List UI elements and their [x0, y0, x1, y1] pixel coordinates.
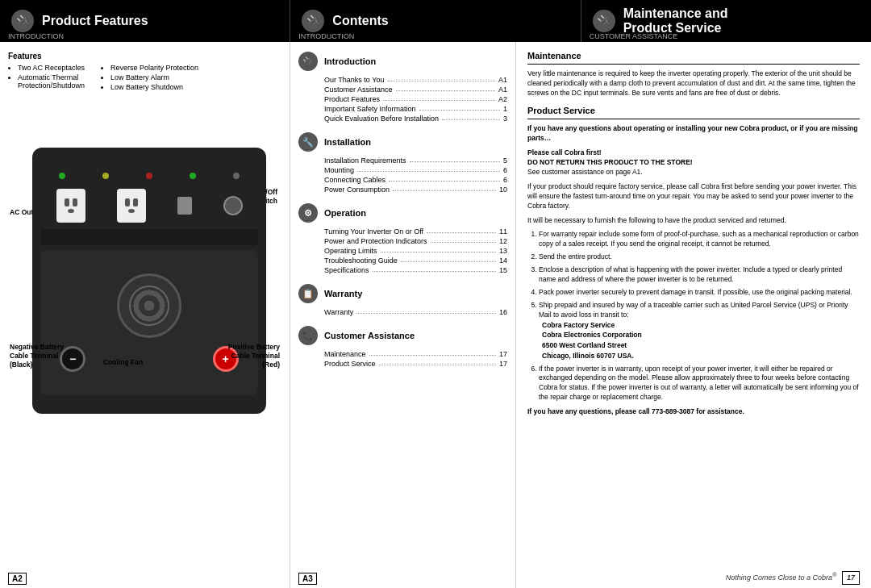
toc-entry: Power Consumption 10	[298, 186, 507, 194]
indicator-off	[233, 173, 240, 179]
footer-text: Nothing Comes Close to a Cobra®	[726, 573, 837, 582]
tab-label-customer-assistance: Customer Assistance	[590, 32, 678, 40]
toc-entry: Product Service 17	[298, 360, 507, 368]
header-title-maintenance: Maintenance and Product Service	[623, 6, 728, 35]
ac-outlet-2[interactable]	[117, 189, 146, 223]
address-line-1: Cobra Factory Service	[542, 321, 615, 329]
toc-icon-customer: 📞	[298, 326, 318, 345]
page-number-left: A2	[8, 573, 27, 585]
indicator-red	[146, 173, 152, 179]
indicator-yellow	[102, 173, 109, 179]
toc-entry: Warranty 16	[298, 308, 507, 316]
features-col-2: Reverse Polarity Protection Low Battery …	[101, 64, 198, 93]
indicator-green2	[190, 173, 196, 179]
call-cobra-first: Please call Cobra first! DO NOT RETURN T…	[527, 148, 860, 177]
maintenance-heading: Maintenance	[527, 50, 860, 65]
address-line-4: Chicago, Illinois 60707 USA.	[542, 352, 634, 360]
final-note: If you have any questions, please call 7…	[527, 407, 860, 417]
feature-item: Low Battery Alarm	[110, 73, 198, 81]
panel-right: Maintenance Very little maintenance is r…	[516, 42, 871, 588]
device-diagram: Protection andPower Indicators AC Outlet…	[8, 99, 281, 454]
label-cooling-fan: Cooling Fan	[103, 358, 143, 367]
toc-installation: 🔧 Installation Installation Requirements…	[298, 132, 507, 194]
toc-title-installation: Installation	[324, 137, 371, 147]
toc-icon-installation: 🔧	[298, 132, 318, 152]
fan-blades	[131, 287, 168, 324]
device-top-row	[40, 189, 258, 223]
onoff-button[interactable]	[223, 196, 243, 215]
feature-item: Reverse Polarity Protection	[110, 64, 198, 72]
toc-installation-header: 🔧 Installation	[298, 132, 507, 152]
toc-icon-operation: ⚙	[298, 203, 318, 223]
usb-port[interactable]	[177, 197, 192, 215]
main-content: Features Two AC Receptacles Automatic Th…	[0, 42, 871, 588]
header-section-features: Introduction 🔌 Product Features	[0, 0, 290, 42]
list-item: For warranty repair include some form of…	[539, 230, 860, 249]
cooling-fan	[117, 273, 181, 338]
features-col-1: Two AC Receptacles Automatic ThermalProt…	[8, 64, 85, 93]
toc-entry: Quick Evaluation Before Installation 3	[298, 115, 507, 123]
toc-icon-introduction: 🔌	[298, 52, 318, 71]
tab-label-introduction-2: Introduction	[298, 32, 354, 40]
terminal-negative: −	[60, 346, 85, 372]
page-number-middle: A3	[298, 573, 317, 585]
header-icon-maintenance: 🔌	[593, 10, 615, 32]
toc-customer-assistance: 📞 Customer Assistance Maintenance 17 Pro…	[298, 326, 507, 368]
label-negative-battery: Negative BatteryCable Terminal(Black)	[10, 343, 64, 369]
list-item: Enclose a description of what is happeni…	[539, 265, 860, 285]
tab-label-introduction-1: Introduction	[8, 32, 64, 40]
features-grid: Two AC Receptacles Automatic ThermalProt…	[8, 64, 281, 93]
address-line-3: 6500 West Cortland Street	[542, 341, 627, 349]
call-cobra-label: Please call Cobra first!	[527, 148, 602, 156]
list-item: Send the entire product.	[539, 252, 860, 262]
product-service-intro: If you have any questions about operatin…	[527, 124, 860, 144]
list-item: Pack power inverter securely to prevent …	[539, 288, 860, 298]
device-lower-body: − +	[40, 250, 258, 395]
toc-title-operation: Operation	[324, 208, 366, 218]
page-number-right: 17	[842, 571, 860, 585]
terminals-row: − +	[40, 346, 258, 372]
feature-item: Two AC Receptacles	[18, 64, 85, 72]
features-section: Features Two AC Receptacles Automatic Th…	[8, 52, 281, 93]
factory-service-body: If your product should require factory s…	[527, 182, 860, 211]
toc-warranty: 📋 Warranty Warranty 16	[298, 284, 507, 316]
fan-inner	[129, 286, 169, 326]
toc-customer-header: 📞 Customer Assistance	[298, 326, 507, 345]
toc-introduction: 🔌 Introduction Our Thanks to You A1 Cust…	[298, 52, 507, 123]
toc-title-warranty: Warranty	[324, 289, 362, 298]
do-not-return-label: DO NOT RETURN THIS PRODUCT TO THE STORE!	[527, 158, 693, 166]
ac-outlet-1[interactable]	[56, 189, 85, 223]
list-item: Ship prepaid and insured by way of a tra…	[539, 301, 860, 361]
see-customer-label: See customer assistance on page A1.	[527, 168, 643, 176]
feature-item: Automatic ThermalProtection/Shutdown	[18, 73, 85, 90]
device-stripe	[40, 229, 258, 245]
header-title-contents: Contents	[332, 14, 388, 28]
header-icon-contents: 🔌	[302, 10, 324, 32]
toc-entry: Specifications 15	[298, 266, 507, 274]
panel-middle: 🔌 Introduction Our Thanks to You A1 Cust…	[290, 42, 516, 588]
address-line-2: Cobra Electronics Corporation	[542, 331, 642, 339]
header-bar: Introduction 🔌 Product Features Introduc…	[0, 0, 871, 42]
header-section-maintenance: Customer Assistance 🔌 Maintenance and Pr…	[581, 0, 871, 42]
panel-left: Features Two AC Receptacles Automatic Th…	[0, 42, 290, 588]
toc-icon-warranty: 📋	[298, 284, 318, 303]
device-body: − +	[32, 148, 266, 414]
address-block: Cobra Factory Service Cobra Electronics …	[542, 320, 860, 361]
indicator-green	[59, 173, 65, 179]
footer-right: Nothing Comes Close to a Cobra® 17	[726, 571, 860, 585]
toc-title-customer: Customer Assistance	[324, 331, 415, 340]
numbered-list: For warranty repair include some form of…	[527, 230, 860, 402]
toc-operation-header: ⚙ Operation	[298, 203, 507, 223]
toc-warranty-header: 📋 Warranty	[298, 284, 507, 303]
toc-introduction-header: 🔌 Introduction	[298, 52, 507, 71]
toc-operation: ⚙ Operation Turning Your Inverter On or …	[298, 203, 507, 274]
maintenance-body: Very little maintenance is required to k…	[527, 69, 860, 98]
header-icon-features: 🔌	[11, 10, 34, 32]
product-service-heading: Product Service	[527, 105, 860, 119]
features-title: Features	[8, 52, 281, 60]
toc-title-introduction: Introduction	[324, 56, 376, 66]
list-item: If the power inverter is in warranty, up…	[539, 365, 860, 403]
furnish-intro: It will be necessary to furnish the foll…	[527, 216, 860, 226]
label-positive-battery: Positive BatteryCable Terminal(Red)	[228, 343, 280, 369]
feature-item: Low Battery Shutdown	[110, 83, 198, 91]
